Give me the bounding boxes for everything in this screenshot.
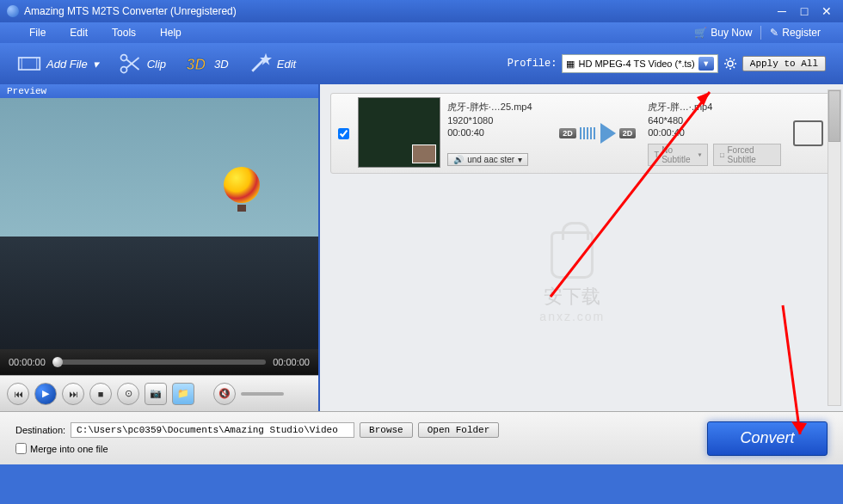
play-button[interactable]: ▶: [34, 383, 57, 405]
output-device-icon: [793, 120, 823, 146]
snapshot-button[interactable]: 📷: [145, 383, 167, 405]
gear-icon[interactable]: [723, 57, 737, 71]
svg-text:3D: 3D: [187, 56, 206, 73]
film-icon: [17, 52, 41, 76]
menu-edit[interactable]: Edit: [58, 27, 100, 39]
src-resolution: 1920*1080: [447, 115, 547, 126]
next-button[interactable]: ⏭: [62, 383, 84, 405]
merge-checkbox[interactable]: [15, 443, 27, 454]
clip-label: Clip: [147, 58, 166, 71]
scissors-icon: [118, 52, 142, 76]
profile-label: Profile:: [508, 58, 557, 70]
volume-slider[interactable]: [241, 392, 284, 396]
titlebar: Amazing MTS M2TS Converter (Unregistered…: [0, 0, 843, 22]
maximize-button[interactable]: □: [795, 4, 814, 18]
scrollbar[interactable]: [828, 89, 841, 406]
register-link[interactable]: ✎ Register: [765, 27, 826, 39]
profile-format-icon: ▦: [566, 58, 575, 70]
3d-label: 3D: [214, 58, 229, 71]
add-file-label: Add File: [46, 58, 88, 71]
out-filename: 虎牙-胖…·.mp4: [648, 101, 780, 114]
scrollbar-thumb[interactable]: [828, 90, 840, 142]
apply-to-all-button[interactable]: Apply to All: [742, 56, 826, 71]
add-file-button[interactable]: Add File ▾: [17, 52, 99, 76]
svg-point-10: [728, 61, 733, 66]
main-area: Preview 00:00:00 00:00:00 ⏮ ▶ ⏭ ■ ⊙ 📷 📁 …: [0, 84, 843, 411]
app-icon: [7, 5, 19, 17]
preview-video[interactable]: [0, 98, 318, 349]
src-filename: 虎牙-胖炸·…25.mp4: [447, 101, 547, 114]
prev-button[interactable]: ⏮: [7, 383, 29, 405]
buy-now-link[interactable]: 🛒 Buy Now: [689, 27, 757, 39]
svg-line-6: [126, 58, 138, 68]
audio-value: und aac ster: [467, 155, 514, 164]
chevron-down-icon: ▼: [698, 57, 714, 71]
convert-button[interactable]: Convert: [707, 421, 828, 456]
file-checkbox[interactable]: [338, 128, 349, 139]
buy-now-label: Buy Now: [711, 27, 752, 39]
seek-track[interactable]: [52, 360, 266, 365]
balloon-graphic: [224, 167, 260, 212]
menu-help[interactable]: Help: [148, 27, 194, 39]
out-2d-badge: 2D: [619, 128, 637, 138]
profile-dropdown[interactable]: ▦ HD MPEG-4 TS Video (*.ts) ▼: [562, 54, 717, 73]
file-item[interactable]: 虎牙-胖炸·…25.mp4 1920*1080 00:00:40 🔊 und a…: [330, 93, 833, 174]
stop-button[interactable]: ■: [89, 383, 112, 405]
forced-label: Forced Subtitle: [728, 145, 775, 164]
file-thumbnail[interactable]: [358, 97, 440, 168]
merge-label: Merge into one file: [30, 444, 108, 454]
3d-icon: 3D: [185, 52, 209, 76]
seek-bar: 00:00:00 00:00:00: [0, 349, 318, 375]
preview-panel: Preview 00:00:00 00:00:00 ⏮ ▶ ⏭ ■ ⊙ 📷 📁 …: [0, 84, 320, 411]
chevron-down-icon: ▾: [93, 58, 99, 71]
out-duration: 00:00:40: [648, 127, 780, 138]
menu-file[interactable]: File: [17, 27, 58, 39]
svg-line-5: [126, 59, 138, 70]
mute-button[interactable]: 🔇: [213, 383, 236, 405]
preview-label: Preview: [0, 84, 318, 98]
time-total: 00:00:00: [273, 357, 310, 367]
seek-thumb[interactable]: [52, 357, 63, 367]
src-duration: 00:00:40: [447, 127, 547, 138]
browse-button[interactable]: Browse: [360, 422, 413, 438]
divider: [760, 26, 761, 40]
destination-input[interactable]: [71, 422, 354, 438]
wand-icon: [248, 52, 272, 76]
destination-label: Destination:: [15, 425, 65, 435]
menu-tools[interactable]: Tools: [100, 27, 148, 39]
folder-button[interactable]: 📁: [172, 383, 194, 405]
subtitle-value: No Subtitle: [661, 145, 694, 164]
menubar: File Edit Tools Help 🛒 Buy Now ✎ Registe…: [0, 22, 843, 43]
clip-button[interactable]: Clip: [118, 52, 166, 76]
src-2d-badge: 2D: [559, 128, 576, 138]
watermark-text2: anxz.com: [539, 310, 605, 323]
watermark-text1: 安下载: [539, 284, 605, 310]
edit-label: Edit: [277, 58, 296, 71]
minimize-button[interactable]: ─: [772, 4, 791, 18]
toolbar: Add File ▾ Clip 3D 3D Edit Profile: ▦ HD…: [0, 43, 843, 84]
conversion-arrow: 2D 2D: [554, 97, 641, 169]
register-label: Register: [782, 27, 821, 39]
forced-subtitle-toggle[interactable]: ☐ Forced Subtitle: [713, 144, 780, 166]
out-resolution: 640*480: [648, 115, 780, 126]
watermark: 安下载 anxz.com: [539, 231, 605, 323]
3d-button[interactable]: 3D 3D: [185, 52, 229, 76]
audio-dropdown[interactable]: 🔊 und aac ster ▾: [447, 153, 528, 166]
time-current: 00:00:00: [9, 357, 46, 367]
file-list: 虎牙-胖炸·…25.mp4 1920*1080 00:00:40 🔊 und a…: [320, 84, 843, 411]
profile-value: HD MPEG-4 TS Video (*.ts): [578, 58, 694, 69]
step-button[interactable]: ⊙: [117, 383, 139, 405]
window-title: Amazing MTS M2TS Converter (Unregistered…: [24, 5, 772, 17]
cart-icon: 🛒: [694, 27, 707, 39]
edit-button[interactable]: Edit: [248, 52, 296, 76]
close-button[interactable]: ✕: [817, 4, 836, 18]
subtitle-dropdown[interactable]: T No Subtitle ▾: [648, 144, 708, 166]
player-controls: ⏮ ▶ ⏭ ■ ⊙ 📷 📁 🔇: [0, 375, 318, 411]
pen-icon: ✎: [770, 27, 778, 39]
open-folder-button[interactable]: Open Folder: [418, 422, 500, 438]
bottom-bar: Destination: Browse Open Folder Merge in…: [0, 411, 843, 464]
